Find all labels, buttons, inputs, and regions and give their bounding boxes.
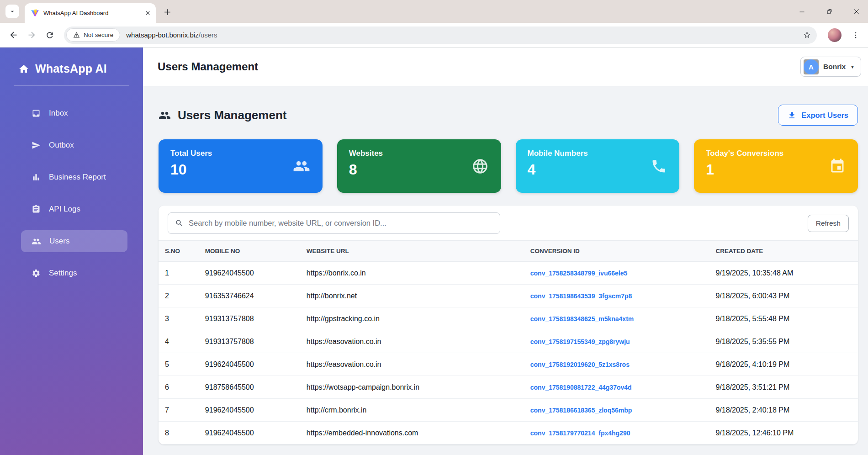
column-header-conversion-id: CONVERSION ID [526, 241, 711, 262]
inbox-icon [32, 109, 41, 118]
cell-mobile-no: 919624045500 [201, 422, 302, 444]
conversion-id-link[interactable]: conv_1758190881722_44g37ov4d [530, 384, 632, 391]
cell-conversion-id: conv_1758190881722_44g37ov4d [526, 376, 711, 399]
conversion-id-link[interactable]: conv_1758192019620_5z1xs8ros [530, 361, 630, 368]
clipboard-icon [32, 205, 41, 214]
cell-conversion-id: conv_1758197155349_zpg8rywju [526, 330, 711, 353]
cell-website-url: http://crm.bonrix.in [302, 399, 526, 422]
user-menu-button[interactable]: A Bonrix ▼ [800, 57, 861, 77]
export-users-button[interactable]: Export Users [778, 105, 858, 126]
stat-value: 4 [528, 161, 668, 178]
cell-sno: 4 [159, 330, 201, 353]
cell-website-url: http://bonrix.net [302, 285, 526, 307]
sidebar-item-business-report[interactable]: Business Report [21, 166, 127, 188]
cell-created-date: 9/18/2025, 5:55:48 PM [711, 307, 858, 330]
minimize-button[interactable] [795, 5, 809, 18]
users-icon [32, 237, 41, 246]
chevron-down-icon: ▼ [850, 64, 855, 69]
cell-conversion-id: conv_1758198348625_m5kna4xtm [526, 307, 711, 330]
sidebar-item-settings[interactable]: Settings [21, 262, 127, 284]
sidebar-item-label: Outbox [49, 141, 74, 150]
cell-mobile-no: 919313757808 [201, 307, 302, 330]
tab-close-icon[interactable] [144, 10, 151, 16]
refresh-button[interactable]: Refresh [808, 215, 849, 232]
search-box [168, 212, 500, 234]
stat-value: 10 [170, 161, 311, 178]
main-area: Users Management A Bonrix ▼ Users Manage… [143, 48, 868, 455]
cell-mobile-no: 916353746624 [201, 285, 302, 307]
cell-website-url: https://easovation.co.in [302, 330, 526, 353]
sidebar-item-label: Inbox [49, 109, 68, 118]
page-title: Users Management [158, 60, 258, 73]
avatar-initial: A [804, 59, 819, 74]
table-row: 6 918758645500 https://wotsapp-campaign.… [159, 376, 858, 399]
gear-icon [32, 269, 41, 278]
sidebar-item-api-logs[interactable]: API Logs [21, 198, 127, 220]
section-title: Users Management [159, 108, 286, 122]
cell-mobile-no: 919624045500 [201, 399, 302, 422]
conversion-id-link[interactable]: conv_1758198348625_m5kna4xtm [530, 315, 634, 323]
url-path: /users [199, 31, 217, 39]
sidebar-item-inbox[interactable]: Inbox [21, 102, 127, 124]
browser-toolbar: Not secure whatsapp-bot.bonrix.biz/users [0, 23, 868, 48]
users-table: S.NO MOBILE NO WEBSITE URL CONVERSION ID… [159, 240, 858, 444]
sidebar: WhatsApp AI Inbox Outbox Business Repor [0, 48, 143, 455]
back-button[interactable] [5, 27, 21, 43]
sidebar-item-label: API Logs [49, 205, 80, 214]
chevron-down-icon [9, 8, 16, 15]
cell-website-url: https://wotsapp-campaign.bonrix.in [302, 376, 526, 399]
sidebar-item-users[interactable]: Users [21, 230, 127, 252]
browser-profile-avatar[interactable] [828, 28, 842, 42]
cell-mobile-no: 919313757808 [201, 330, 302, 353]
cell-conversion-id: conv_1758179770214_fpx4hg290 [526, 422, 711, 444]
conversion-id-link[interactable]: conv_1758258348799_ivu66ele5 [530, 270, 628, 277]
close-button[interactable] [850, 5, 863, 18]
cell-created-date: 9/18/2025, 6:00:43 PM [711, 285, 858, 307]
stat-card-mobile-numbers: Mobile Numbers 4 [516, 139, 680, 193]
browser-tab[interactable]: WhatsApp AI Dashboard [25, 3, 156, 23]
stat-label: Websites [349, 149, 489, 158]
column-header-sno: S.NO [159, 241, 201, 262]
cell-conversion-id: conv_1758258348799_ivu66ele5 [526, 262, 711, 285]
page-header: Users Management A Bonrix ▼ [143, 48, 868, 86]
conversion-id-link[interactable]: conv_1758179770214_fpx4hg290 [530, 429, 630, 437]
table-row: 3 919313757808 http://gpstracking.co.in … [159, 307, 858, 330]
table-header-row: S.NO MOBILE NO WEBSITE URL CONVERSION ID… [159, 241, 858, 262]
reload-button[interactable] [42, 27, 58, 43]
warning-icon [73, 32, 80, 38]
conversion-id-link[interactable]: conv_1758198643539_3fgscm7p8 [530, 292, 632, 300]
section-title-label: Users Management [178, 108, 286, 122]
cell-sno: 6 [159, 376, 201, 399]
cell-created-date: 9/19/2025, 10:35:48 AM [711, 262, 858, 285]
stat-card-websites: Websites 8 [337, 139, 501, 193]
browser-menu-icon[interactable] [849, 29, 863, 41]
bookmark-star-icon[interactable] [801, 29, 813, 41]
cell-sno: 8 [159, 422, 201, 444]
content-area: Users Management Export Users Total User… [143, 86, 868, 455]
tab-search-button[interactable] [5, 5, 19, 18]
new-tab-button[interactable] [161, 5, 174, 18]
table-row: 5 919624045500 https://easovation.co.in … [159, 353, 858, 376]
cell-mobile-no: 919624045500 [201, 262, 302, 285]
search-input[interactable] [189, 219, 493, 228]
cell-created-date: 9/18/2025, 12:46:10 PM [711, 422, 858, 444]
address-bar[interactable]: Not secure whatsapp-bot.bonrix.biz/users [64, 26, 817, 44]
table-row: 1 919624045500 https://bonrix.co.in conv… [159, 262, 858, 285]
stat-value: 1 [706, 161, 846, 178]
forward-button[interactable] [24, 27, 39, 43]
search-row: Refresh [159, 206, 858, 240]
brand-label: WhatsApp AI [35, 62, 107, 75]
stat-value: 8 [349, 161, 489, 178]
tab-title: WhatsApp AI Dashboard [43, 10, 140, 16]
sidebar-item-outbox[interactable]: Outbox [21, 134, 127, 156]
cell-conversion-id: conv_1758192019620_5z1xs8ros [526, 353, 711, 376]
restore-button[interactable] [822, 5, 836, 18]
cell-website-url: https://embedded-innovations.com [302, 422, 526, 444]
stat-cards: Total Users 10 Websites 8 Mobile Numbers… [159, 139, 858, 193]
url-text[interactable]: whatsapp-bot.bonrix.biz/users [126, 31, 217, 39]
conversion-id-link[interactable]: conv_1758186618365_zloq56mbp [530, 407, 632, 414]
stat-card-total-users: Total Users 10 [159, 139, 323, 193]
not-secure-chip[interactable]: Not secure [66, 28, 120, 42]
conversion-id-link[interactable]: conv_1758197155349_zpg8rywju [530, 338, 630, 345]
avatar: A [804, 59, 819, 74]
